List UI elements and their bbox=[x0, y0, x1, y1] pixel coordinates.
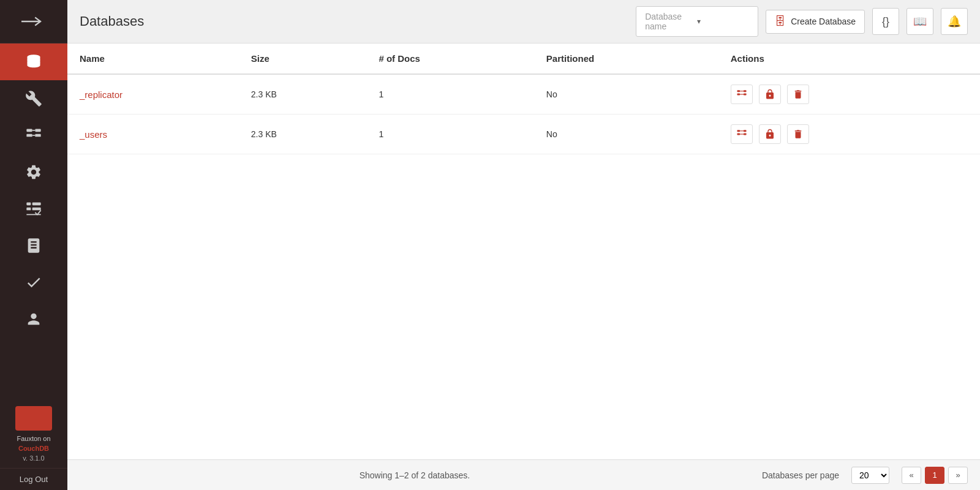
db-size: 2.3 KB bbox=[239, 115, 367, 154]
per-page-select[interactable]: 10203050100 bbox=[851, 467, 889, 484]
current-page-button[interactable]: 1 bbox=[925, 467, 944, 484]
database-icon: 🗄 bbox=[775, 15, 786, 28]
table-row: _replicator2.3 KB1No bbox=[67, 74, 980, 115]
sidebar-item-setup[interactable] bbox=[0, 80, 67, 117]
col-name: Name bbox=[67, 43, 239, 74]
svg-rect-22 bbox=[744, 130, 747, 132]
delete-button[interactable] bbox=[787, 85, 809, 104]
database-link[interactable]: _replicator bbox=[80, 89, 123, 100]
col-actions: Actions bbox=[718, 43, 980, 74]
svg-rect-16 bbox=[744, 90, 747, 92]
permissions-button[interactable] bbox=[759, 124, 781, 144]
svg-rect-3 bbox=[26, 129, 32, 132]
header-controls: Database name ▾ 🗄 Create Database {} 📖 🔔 bbox=[636, 6, 968, 37]
sidebar-item-activetasks[interactable] bbox=[0, 190, 67, 227]
header: Databases Database name ▾ 🗄 Create Datab… bbox=[67, 0, 980, 43]
sidebar: Fauxton on CouchDB v. 3.1.0 Log Out bbox=[0, 0, 67, 490]
db-docs: 1 bbox=[366, 74, 533, 115]
db-actions bbox=[718, 115, 980, 154]
col-size: Size bbox=[239, 43, 367, 74]
table-row: _users2.3 KB1No bbox=[67, 115, 980, 154]
svg-rect-14 bbox=[737, 90, 740, 92]
pagination: « 1 » bbox=[902, 467, 968, 484]
svg-rect-20 bbox=[737, 130, 740, 132]
svg-rect-4 bbox=[26, 134, 32, 137]
delete-button[interactable] bbox=[787, 124, 809, 144]
svg-rect-21 bbox=[737, 134, 740, 135]
svg-rect-9 bbox=[26, 203, 31, 206]
fauxton-label: Fauxton on CouchDB bbox=[17, 434, 50, 453]
db-docs: 1 bbox=[366, 115, 533, 154]
fauxton-logo bbox=[15, 406, 52, 431]
col-docs: # of Docs bbox=[366, 43, 533, 74]
svg-rect-23 bbox=[744, 134, 747, 135]
databases-table: Name Size # of Docs Partitioned Actions … bbox=[67, 43, 980, 154]
curly-braces-icon: {} bbox=[882, 15, 889, 28]
database-name-dropdown[interactable]: Database name ▾ bbox=[636, 6, 758, 37]
permissions-button[interactable] bbox=[759, 85, 781, 104]
prev-page-button[interactable]: « bbox=[902, 467, 921, 484]
per-page-label: Databases per page bbox=[762, 470, 839, 480]
showing-label: Showing 1–2 of 2 databases. bbox=[80, 470, 750, 480]
sidebar-item-config[interactable] bbox=[0, 154, 67, 190]
sidebar-toggle[interactable] bbox=[0, 0, 67, 43]
svg-rect-11 bbox=[26, 208, 31, 211]
database-link[interactable]: _users bbox=[80, 129, 107, 140]
main-content: Databases Database name ▾ 🗄 Create Datab… bbox=[67, 0, 980, 490]
documentation-button[interactable]: 📖 bbox=[907, 8, 933, 35]
svg-rect-15 bbox=[737, 94, 740, 96]
sidebar-item-documentation[interactable] bbox=[0, 227, 67, 264]
dropdown-placeholder: Database name bbox=[645, 12, 697, 31]
footer: Showing 1–2 of 2 databases. Databases pe… bbox=[67, 459, 980, 490]
bell-icon: 🔔 bbox=[948, 15, 961, 28]
page-title: Databases bbox=[80, 13, 636, 29]
svg-rect-10 bbox=[32, 203, 41, 206]
sidebar-item-replication[interactable] bbox=[0, 117, 67, 154]
db-actions bbox=[718, 74, 980, 115]
table-header-row: Name Size # of Docs Partitioned Actions bbox=[67, 43, 980, 74]
db-size: 2.3 KB bbox=[239, 74, 367, 115]
notifications-button[interactable]: 🔔 bbox=[941, 8, 968, 35]
svg-rect-5 bbox=[35, 129, 40, 132]
sidebar-item-verify[interactable] bbox=[0, 264, 67, 301]
svg-rect-6 bbox=[35, 134, 40, 137]
sidebar-bottom: Fauxton on CouchDB v. 3.1.0 bbox=[0, 400, 67, 468]
sidebar-item-user[interactable] bbox=[0, 301, 67, 337]
db-partitioned: No bbox=[534, 74, 718, 115]
sidebar-nav bbox=[0, 43, 67, 400]
replicate-button[interactable] bbox=[731, 124, 753, 144]
db-partitioned: No bbox=[534, 115, 718, 154]
fauxton-version: v. 3.1.0 bbox=[23, 454, 44, 462]
svg-rect-12 bbox=[32, 208, 41, 211]
col-partitioned: Partitioned bbox=[534, 43, 718, 74]
logout-button[interactable]: Log Out bbox=[0, 468, 67, 490]
sidebar-item-databases[interactable] bbox=[0, 43, 67, 80]
create-database-button[interactable]: 🗄 Create Database bbox=[766, 10, 865, 34]
replicate-button[interactable] bbox=[731, 85, 753, 104]
databases-table-container: Name Size # of Docs Partitioned Actions … bbox=[67, 43, 980, 459]
next-page-button[interactable]: » bbox=[948, 467, 968, 484]
book-icon: 📖 bbox=[913, 15, 927, 28]
chevron-down-icon: ▾ bbox=[697, 17, 749, 26]
svg-rect-17 bbox=[744, 94, 747, 96]
json-editor-button[interactable]: {} bbox=[872, 8, 899, 35]
